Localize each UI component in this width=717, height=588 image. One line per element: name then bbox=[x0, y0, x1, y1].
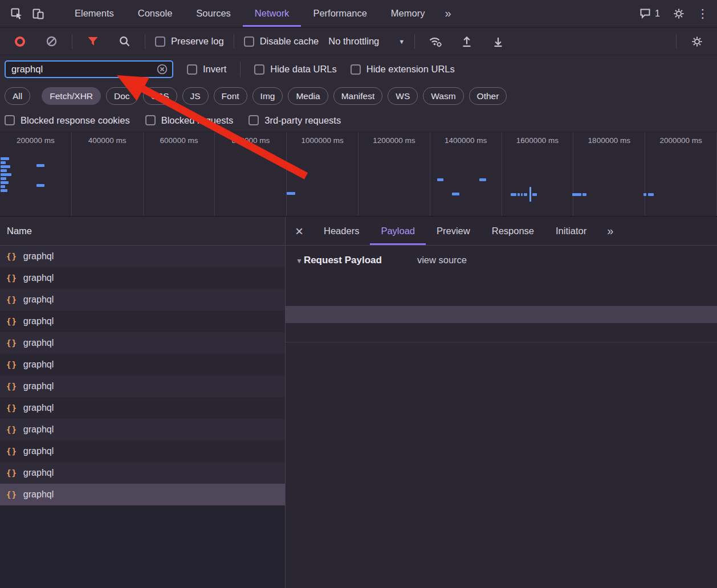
network-settings-icon[interactable] bbox=[686, 31, 708, 52]
blocked-response-cookies-toggle[interactable]: Blocked response cookies bbox=[5, 115, 130, 126]
export-har-icon[interactable] bbox=[487, 31, 509, 52]
more-panels-icon[interactable]: » bbox=[437, 0, 459, 27]
chip-font[interactable]: Font bbox=[214, 87, 247, 105]
json-braces-icon: {} bbox=[6, 447, 17, 456]
disable-cache-checkbox[interactable] bbox=[244, 36, 254, 47]
invert-label: Invert bbox=[203, 64, 226, 75]
tab-network[interactable]: Network bbox=[243, 0, 302, 27]
request-row[interactable]: {} graphql bbox=[0, 419, 285, 440]
tab-performance[interactable]: Performance bbox=[301, 0, 378, 27]
tab-initiator[interactable]: Initiator bbox=[545, 217, 597, 245]
chip-doc[interactable]: Doc bbox=[106, 87, 138, 105]
payload-panel: ▼ Request Payload view source ▼{operatio… bbox=[286, 246, 717, 588]
invert-checkbox[interactable] bbox=[187, 64, 197, 75]
section-collapse-icon[interactable]: ▼ bbox=[296, 257, 303, 265]
tab-memory[interactable]: Memory bbox=[379, 0, 437, 27]
network-conditions-icon[interactable] bbox=[425, 31, 446, 52]
request-name: graphql bbox=[23, 360, 54, 370]
device-toolbar-icon[interactable] bbox=[27, 3, 49, 24]
import-har-icon[interactable] bbox=[456, 31, 478, 52]
invert-toggle[interactable]: Invert bbox=[187, 64, 226, 75]
request-row[interactable]: {} graphql bbox=[0, 354, 285, 375]
network-main-area: Name {} graphql {} graphql {} gr bbox=[0, 217, 717, 588]
request-row[interactable]: {} graphql bbox=[0, 397, 285, 419]
disable-cache-toggle[interactable]: Disable cache bbox=[244, 36, 319, 47]
request-row[interactable]: {} graphql bbox=[0, 246, 285, 267]
blocked-requests-label: Blocked requests bbox=[161, 115, 234, 126]
request-row[interactable]: {} graphql bbox=[0, 289, 285, 311]
chip-css[interactable]: CSS bbox=[143, 87, 177, 105]
hide-data-urls-toggle[interactable]: Hide data URLs bbox=[254, 64, 336, 75]
tab-preview[interactable]: Preview bbox=[426, 217, 481, 245]
waterfall-canvas bbox=[0, 132, 717, 216]
toolbar-divider bbox=[145, 34, 145, 49]
request-row[interactable]: {} graphql bbox=[0, 311, 285, 332]
json-braces-icon: {} bbox=[6, 468, 17, 477]
tab-payload[interactable]: Payload bbox=[370, 217, 426, 245]
third-party-requests-checkbox[interactable] bbox=[248, 115, 259, 125]
request-name: graphql bbox=[23, 468, 54, 478]
chip-ws[interactable]: WS bbox=[388, 87, 418, 105]
record-button[interactable] bbox=[9, 31, 31, 52]
blocked-requests-toggle[interactable]: Blocked requests bbox=[145, 115, 234, 126]
chip-media[interactable]: Media bbox=[288, 87, 328, 105]
console-messages-button[interactable]: 1 bbox=[636, 8, 663, 19]
payload-operation-name-row[interactable]: operationName: "ipFlowTimeseries" bbox=[286, 289, 717, 306]
json-braces-icon: {} bbox=[6, 295, 17, 304]
waterfall-bar bbox=[648, 193, 654, 196]
chip-all[interactable]: All bbox=[5, 87, 30, 105]
tab-headers[interactable]: Headers bbox=[313, 217, 370, 245]
chip-other[interactable]: Other bbox=[469, 87, 507, 105]
toolbar-divider bbox=[414, 34, 415, 49]
payload-query-row[interactable]: query: "query ipFlowTimeseries($accountT… bbox=[286, 306, 717, 323]
tab-console[interactable]: Console bbox=[126, 0, 185, 27]
waterfall-bar bbox=[1, 161, 6, 164]
payload-variables-row[interactable]: ▶variables: {accountTag: "b12e3b2192ee55… bbox=[286, 323, 717, 340]
request-row[interactable]: {} graphql bbox=[0, 267, 285, 289]
chip-img[interactable]: Img bbox=[252, 87, 283, 105]
message-bubble-icon bbox=[639, 8, 651, 19]
clear-filter-icon[interactable] bbox=[157, 64, 168, 75]
request-row[interactable]: {} graphql bbox=[0, 462, 285, 484]
preserve-log-checkbox[interactable] bbox=[155, 36, 165, 47]
hide-extension-urls-toggle[interactable]: Hide extension URLs bbox=[351, 64, 455, 75]
chip-js[interactable]: JS bbox=[182, 87, 209, 105]
blocked-response-cookies-checkbox[interactable] bbox=[5, 115, 15, 125]
tab-elements[interactable]: Elements bbox=[63, 0, 126, 27]
tab-sources[interactable]: Sources bbox=[184, 0, 243, 27]
waterfall-bar bbox=[452, 193, 459, 195]
clear-network-log-button[interactable] bbox=[40, 31, 62, 52]
inspect-icon[interactable] bbox=[6, 3, 27, 24]
chip-wasm[interactable]: Wasm bbox=[423, 87, 463, 105]
filter-input[interactable] bbox=[11, 64, 157, 75]
hide-data-urls-checkbox[interactable] bbox=[254, 64, 264, 75]
blocked-response-cookies-label: Blocked response cookies bbox=[21, 115, 130, 126]
request-row[interactable]: {} graphql bbox=[0, 332, 285, 354]
more-detail-tabs-icon[interactable]: » bbox=[600, 224, 621, 238]
view-source-link[interactable]: view source bbox=[417, 255, 467, 266]
settings-icon[interactable] bbox=[668, 3, 690, 24]
request-row[interactable]: {} graphql bbox=[0, 440, 285, 462]
json-braces-icon: {} bbox=[6, 338, 17, 348]
waterfall-overview[interactable]: 200000 ms 400000 ms 600000 ms 800000 ms … bbox=[0, 132, 717, 217]
name-column-header[interactable]: Name bbox=[0, 217, 285, 246]
chip-fetch-xhr[interactable]: Fetch/XHR bbox=[42, 87, 101, 105]
preserve-log-toggle[interactable]: Preserve log bbox=[155, 36, 224, 47]
blocked-requests-checkbox[interactable] bbox=[145, 115, 156, 125]
payload-root-row[interactable]: ▼{operationName: "ipFlowTimeseries", var… bbox=[286, 272, 717, 289]
request-name: graphql bbox=[23, 273, 54, 283]
search-icon[interactable] bbox=[113, 31, 135, 52]
preserve-log-label: Preserve log bbox=[171, 36, 224, 47]
kebab-menu-icon[interactable]: ⋮ bbox=[694, 3, 711, 24]
close-icon[interactable]: × bbox=[286, 217, 313, 245]
throttling-select[interactable]: No throttling ▼ bbox=[328, 36, 405, 47]
third-party-requests-toggle[interactable]: 3rd-party requests bbox=[248, 115, 341, 126]
request-row[interactable]: {} graphql bbox=[0, 484, 285, 505]
waterfall-bar bbox=[582, 193, 586, 196]
request-row[interactable]: {} graphql bbox=[0, 375, 285, 397]
tab-response[interactable]: Response bbox=[481, 217, 545, 245]
chip-manifest[interactable]: Manifest bbox=[333, 87, 383, 105]
hide-extension-urls-checkbox[interactable] bbox=[351, 64, 361, 75]
filter-icon[interactable] bbox=[82, 31, 104, 52]
json-braces-icon: {} bbox=[6, 425, 17, 434]
